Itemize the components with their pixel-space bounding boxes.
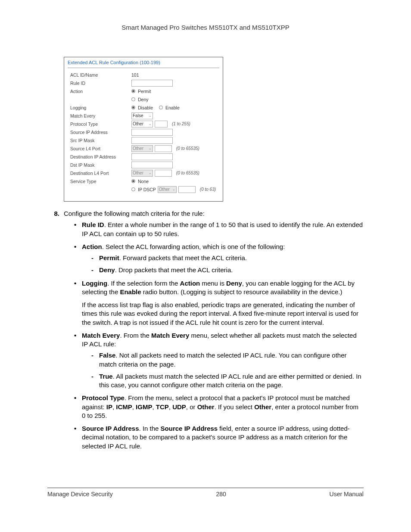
logging-enable-text: Enable [165, 105, 180, 110]
bullet-match-every: Match Every. From the Match Every menu, … [74, 331, 364, 390]
service-type-ipdscp-text: IP DSCP [138, 187, 156, 192]
service-type-ipdscp-radio[interactable] [131, 187, 135, 191]
footer-right: User Manual [330, 491, 364, 498]
chevron-down-icon: ⌄ [149, 171, 153, 175]
logging-disable-radio[interactable] [131, 106, 135, 109]
source-l4-input[interactable] [155, 145, 172, 152]
dst-ip-mask-input[interactable] [131, 162, 173, 168]
source-l4-select[interactable]: Other⌄ [131, 145, 153, 152]
bullet-false: False. Not all packets need to match the… [91, 351, 364, 369]
acl-config-panel: Extended ACL Rule Configuration (100-199… [64, 57, 223, 202]
page: Smart Managed Pro Switches MS510TX and M… [0, 0, 411, 532]
logging-enable-radio[interactable] [159, 106, 163, 109]
protocol-type-label: Protocol Type [68, 121, 131, 127]
logging-disable-text: Disable [138, 105, 153, 110]
chevron-down-icon: ⌄ [149, 114, 153, 118]
bullet-permit: Permit. Forward packets that meet the AC… [91, 254, 364, 262]
acl-id-name-label: ACL ID/Name [68, 72, 131, 78]
match-every-select[interactable]: False⌄ [131, 112, 153, 119]
dst-ip-mask-label: Dst IP Mask [68, 162, 131, 168]
dest-l4-input[interactable] [155, 170, 172, 177]
protocol-type-input[interactable] [155, 121, 168, 128]
source-ip-input[interactable] [131, 129, 173, 136]
service-type-ipdscp-input[interactable] [178, 186, 196, 193]
action-permit-radio[interactable] [131, 89, 135, 93]
service-type-ipdscp-select[interactable]: Other⌄ [158, 186, 177, 193]
acl-id-name-value: 101 [131, 72, 139, 78]
bullet-protocol-type: Protocol Type. From the menu, select a p… [74, 394, 364, 420]
service-type-ipdscp-hint: (0 to 63) [200, 187, 216, 192]
bullet-rule-id: Rule ID. Enter a whole number in the ran… [74, 221, 364, 238]
service-type-none-radio[interactable] [131, 179, 135, 183]
src-ip-mask-label: Src IP Mask [68, 138, 131, 143]
action-label: Action [68, 89, 131, 94]
footer-page-number: 280 [216, 491, 226, 498]
chevron-down-icon: ⌄ [172, 187, 176, 191]
step-number: 8. [47, 209, 64, 218]
body-content: 8. Configure the following match criteri… [47, 209, 364, 451]
bullet-deny: Deny. Drop packets that meet the ACL cri… [91, 266, 364, 274]
logging-label: Logging [68, 105, 131, 110]
action-deny-text: Deny [138, 97, 149, 102]
protocol-type-select[interactable]: Other⌄ [131, 121, 153, 128]
bullet-true: True. All packets must match the selecte… [91, 372, 364, 390]
rule-id-label: Rule ID [68, 81, 131, 86]
dest-l4-hint: (0 to 65535) [176, 171, 199, 175]
page-header: Smart Managed Pro Switches MS510TX and M… [47, 24, 364, 31]
dest-ip-input[interactable] [131, 153, 173, 160]
protocol-type-hint: (1 to 255) [172, 121, 190, 126]
service-type-label: Service Type [68, 179, 131, 184]
footer: Manage Device Security 280 User Manual [47, 488, 364, 498]
src-ip-mask-input[interactable] [131, 137, 173, 144]
source-ip-label: Source IP Address [68, 130, 131, 135]
source-l4-label: Source L4 Port [68, 146, 131, 151]
action-permit-text: Permit [138, 89, 151, 94]
panel-divider [68, 68, 219, 68]
source-l4-hint: (0 to 65535) [176, 146, 199, 151]
bullet-source-ip: Source IP Address. In the Source IP Addr… [74, 424, 364, 451]
bullet-action: Action. Select the ACL forwarding action… [74, 243, 364, 275]
logging-paragraph: If the access list trap flag is also ena… [82, 301, 364, 327]
chevron-down-icon: ⌄ [149, 122, 153, 126]
dest-ip-label: Destination IP Address [68, 154, 131, 159]
bullet-logging: Logging. If the selection form the Actio… [74, 279, 364, 327]
dest-l4-label: Destination L4 Port [68, 171, 131, 176]
rule-id-input[interactable] [131, 80, 173, 87]
dest-l4-select[interactable]: Other⌄ [131, 170, 153, 177]
action-deny-radio[interactable] [131, 97, 135, 101]
match-every-label: Match Every [68, 113, 131, 118]
footer-divider [47, 488, 364, 488]
footer-left: Manage Device Security [47, 491, 113, 498]
panel-title: Extended ACL Rule Configuration (100-199… [68, 60, 219, 65]
chevron-down-icon: ⌄ [149, 146, 153, 150]
service-type-none-text: None [138, 179, 149, 184]
step-text: Configure the following match criteria f… [64, 209, 364, 218]
